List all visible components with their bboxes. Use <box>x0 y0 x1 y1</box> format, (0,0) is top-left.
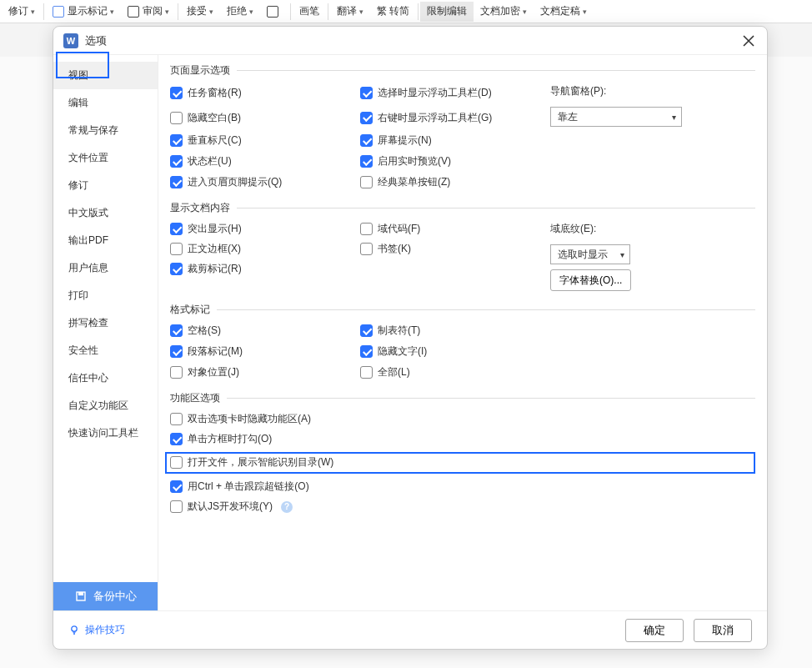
check-header-footer-hint[interactable]: 进入页眉页脚提示(Q) <box>170 175 360 189</box>
label: 垂直标尺(C) <box>188 133 242 148</box>
tips-link[interactable]: 操作技巧 <box>68 623 125 637</box>
check-spaces[interactable]: 空格(S) <box>170 324 360 338</box>
toolbar-ribbon: 修订 显示标记 审阅 接受 拒绝 画笔 翻译 繁 转简 限制编辑 文档加密 文档… <box>0 0 812 23</box>
sidebar-item-print[interactable]: 打印 <box>53 282 158 309</box>
check-statusbar[interactable]: 状态栏(U) <box>170 154 360 168</box>
close-button[interactable] <box>740 33 757 49</box>
check-all-marks[interactable]: 全部(L) <box>360 365 550 379</box>
sidebar-item-file-location[interactable]: 文件位置 <box>53 144 158 172</box>
label: 默认JS开发环境(Y) <box>188 500 273 514</box>
label: 翻译 <box>337 4 357 18</box>
check-crop-marks[interactable]: 裁剪标记(R) <box>170 262 360 276</box>
check-classic-menu[interactable]: 经典菜单按钮(Z) <box>360 175 550 189</box>
legend: 页面显示选项 <box>170 63 237 78</box>
toolbar-restrict-edit[interactable]: 限制编辑 <box>420 2 474 22</box>
sidebar-item-customize-ribbon[interactable]: 自定义功能区 <box>53 392 158 419</box>
check-hidden-text[interactable]: 隐藏文字(I) <box>360 344 550 359</box>
section-page-display: 页面显示选项 任务窗格(R) 选择时显示浮动工具栏(D) 导航窗格(P): 靠左… <box>170 63 755 193</box>
label: 备份中心 <box>93 589 137 604</box>
label: 修订 <box>68 179 88 191</box>
sidebar-item-export-pdf[interactable]: 输出PDF <box>53 227 158 254</box>
checkbox-icon <box>170 112 183 124</box>
label: 空格(S) <box>188 324 221 338</box>
sidebar-item-revise[interactable]: 修订 <box>53 172 158 199</box>
ok-button[interactable]: 确定 <box>625 619 684 642</box>
check-paragraph[interactable]: 段落标记(M) <box>170 344 360 359</box>
checkbox-icon <box>170 155 183 168</box>
section-doc-content: 显示文档内容 突出显示(H) 正文边框(X) 裁剪标记(R) 域代码(F) 书签… <box>170 201 755 294</box>
cancel-button[interactable]: 取消 <box>694 619 752 642</box>
check-rclick-float-toolbar[interactable]: 右键时显示浮动工具栏(G) <box>360 111 550 125</box>
sidebar-item-spellcheck[interactable]: 拼写检查 <box>53 309 158 337</box>
sidebar-item-security[interactable]: 安全性 <box>53 337 158 364</box>
toolbar-doc-encrypt[interactable]: 文档加密 <box>474 2 534 22</box>
toolbar-accept[interactable]: 接受 <box>180 2 220 22</box>
label: 中文版式 <box>68 207 108 218</box>
check-text-boundary[interactable]: 正文边框(X) <box>170 242 360 256</box>
check-live-preview[interactable]: 启用实时预览(V) <box>360 154 550 168</box>
backup-center-button[interactable]: 备份中心 <box>53 582 158 610</box>
label: 取消 <box>712 624 734 636</box>
check-sel-float-toolbar[interactable]: 选择时显示浮动工具栏(D) <box>360 86 550 100</box>
check-task-pane[interactable]: 任务窗格(R) <box>170 86 360 100</box>
check-tab[interactable]: 制表符(T) <box>360 324 550 338</box>
toolbar-trad-conv[interactable]: 繁 转简 <box>370 2 416 22</box>
sidebar-item-trust-center[interactable]: 信任中心 <box>53 364 158 392</box>
content-pane: 页面显示选项 任务窗格(R) 选择时显示浮动工具栏(D) 导航窗格(P): 靠左… <box>158 55 767 610</box>
separator <box>328 3 328 20</box>
toolbar-reject[interactable]: 拒绝 <box>220 2 260 22</box>
app-icon: W <box>63 33 78 48</box>
label: 自定义功能区 <box>68 399 128 411</box>
label: 启用实时预览(V) <box>378 154 451 168</box>
label: 画笔 <box>299 4 319 18</box>
svg-rect-1 <box>78 592 83 595</box>
toolbar-showmarks[interactable]: 显示标记 <box>46 2 121 22</box>
label: 常规与保存 <box>68 124 118 136</box>
toolbar-compare-icon[interactable] <box>260 2 288 22</box>
check-field-codes[interactable]: 域代码(F) <box>360 222 550 236</box>
legend: 格式标记 <box>170 303 217 317</box>
field-shading-select[interactable]: 选取时显示 <box>550 244 630 264</box>
sidebar-item-quick-access[interactable]: 快速访问工具栏 <box>53 419 158 447</box>
label: 快速访问工具栏 <box>68 427 138 439</box>
check-obj-anchor[interactable]: 对象位置(J) <box>170 365 360 379</box>
help-icon[interactable]: ? <box>281 501 293 513</box>
sidebar-item-cjk-layout[interactable]: 中文版式 <box>53 199 158 227</box>
check-default-js-dev[interactable]: 默认JS开发环境(Y)? <box>170 500 755 514</box>
check-bookmarks[interactable]: 书签(K) <box>360 242 550 256</box>
label: 裁剪标记(R) <box>188 262 242 276</box>
check-open-show-toc[interactable]: 打开文件，展示智能识别目录(W) <box>170 455 333 470</box>
checkbox-icon <box>360 176 373 188</box>
checkbox-icon <box>170 366 183 379</box>
sidebar: 视图 编辑 常规与保存 文件位置 修订 中文版式 输出PDF 用户信息 打印 拼… <box>53 55 158 610</box>
toolbar-review[interactable]: 审阅 <box>121 2 176 22</box>
label: 制表符(T) <box>378 324 420 338</box>
section-format-marks: 格式标记 空格(S) 制表符(T) 段落标记(M) 隐藏文字(I) 对象位置(J… <box>170 303 755 383</box>
checkbox-icon <box>170 345 183 358</box>
checkbox-icon <box>170 223 183 235</box>
toolbar-doc-final[interactable]: 文档定稿 <box>534 2 594 22</box>
check-click-box-check[interactable]: 单击方框时打勾(O) <box>170 432 755 446</box>
checkbox-icon <box>360 243 373 255</box>
sidebar-item-edit[interactable]: 编辑 <box>53 89 158 117</box>
label: 文档加密 <box>480 4 520 18</box>
check-dblclick-hide-ribbon[interactable]: 双击选项卡时隐藏功能区(A) <box>170 412 755 426</box>
toolbar-pen[interactable]: 画笔 <box>293 2 326 22</box>
toolbar-translate[interactable]: 翻译 <box>330 2 370 22</box>
toolbar-revise[interactable]: 修订 <box>2 2 42 22</box>
label: 右键时显示浮动工具栏(G) <box>378 111 492 125</box>
nav-pane-select[interactable]: 靠左 <box>550 107 682 127</box>
check-screen-tip[interactable]: 屏幕提示(N) <box>360 133 550 148</box>
font-substitution-button[interactable]: 字体替换(O)... <box>550 269 631 291</box>
sidebar-item-user-info[interactable]: 用户信息 <box>53 254 158 282</box>
check-highlight[interactable]: 突出显示(H) <box>170 222 360 236</box>
label: 用户信息 <box>68 262 108 274</box>
label: 状态栏(U) <box>188 154 232 168</box>
select-value: 靠左 <box>558 110 578 124</box>
check-vruler[interactable]: 垂直标尺(C) <box>170 133 360 148</box>
sidebar-item-general-save[interactable]: 常规与保存 <box>53 117 158 144</box>
sidebar-item-view[interactable]: 视图 <box>53 62 158 89</box>
check-hide-blank[interactable]: 隐藏空白(B) <box>170 111 360 125</box>
check-ctrl-click-hyperlink[interactable]: 用Ctrl + 单击跟踪超链接(O) <box>170 480 755 494</box>
checkbox-icon <box>360 366 373 379</box>
